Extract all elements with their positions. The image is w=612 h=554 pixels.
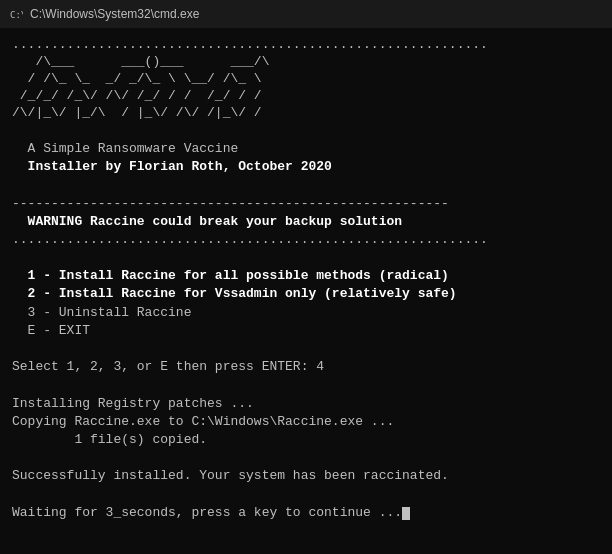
dots-top: ........................................… <box>12 36 600 54</box>
install-line1: Installing Registry patches ... <box>12 395 600 413</box>
menu-item-2: 2 - Install Raccine for Vssadmin only (r… <box>12 285 600 303</box>
waiting-line: Waiting for 3_seconds, press a key to co… <box>12 504 600 522</box>
separator: ----------------------------------------… <box>12 195 600 213</box>
terminal-body[interactable]: ........................................… <box>0 28 612 554</box>
spacer3 <box>12 249 600 267</box>
install-line3: 1 file(s) copied. <box>12 431 600 449</box>
titlebar: C:\ C:\Windows\System32\cmd.exe <box>0 0 612 28</box>
titlebar-title: C:\Windows\System32\cmd.exe <box>30 7 199 21</box>
tagline2: Installer by Florian Roth, October 2020 <box>12 158 600 176</box>
warning-line: WARNING Raccine could break your backup … <box>12 213 600 231</box>
waiting-text: Waiting for 3_seconds, press a key to co… <box>12 505 402 520</box>
install-line2: Copying Raccine.exe to C:\Windows\Raccin… <box>12 413 600 431</box>
ascii-line1: /\___ ___()___ ___/\ <box>12 54 600 71</box>
cmd-window: C:\ C:\Windows\System32\cmd.exe ........… <box>0 0 612 554</box>
tagline1: A Simple Ransomware Vaccine <box>12 140 600 158</box>
cursor <box>402 507 410 520</box>
spacer6 <box>12 449 600 467</box>
ascii-line4: /\/|_\/ |_/\ / |_\/ /\/ /|_\/ / <box>12 105 600 122</box>
spacer5 <box>12 376 600 394</box>
menu-item-3: 3 - Uninstall Raccine <box>12 304 600 322</box>
menu-item-1: 1 - Install Raccine for all possible met… <box>12 267 600 285</box>
dots-middle: ........................................… <box>12 231 600 249</box>
success-line: Successfully installed. Your system has … <box>12 467 600 485</box>
spacer2 <box>12 176 600 194</box>
svg-text:C:\: C:\ <box>10 10 23 20</box>
spacer1 <box>12 122 600 140</box>
menu-item-e: E - EXIT <box>12 322 600 340</box>
ascii-line2: / /\_ \_ _/ _/\_ \ \__/ /\_ \ <box>12 71 600 88</box>
spacer4 <box>12 340 600 358</box>
ascii-line3: /_/_/ /_\/ /\/ /_/ / / /_/ / / <box>12 88 600 105</box>
cmd-icon: C:\ <box>8 6 24 22</box>
spacer7 <box>12 486 600 504</box>
prompt-line: Select 1, 2, 3, or E then press ENTER: 4 <box>12 358 600 376</box>
